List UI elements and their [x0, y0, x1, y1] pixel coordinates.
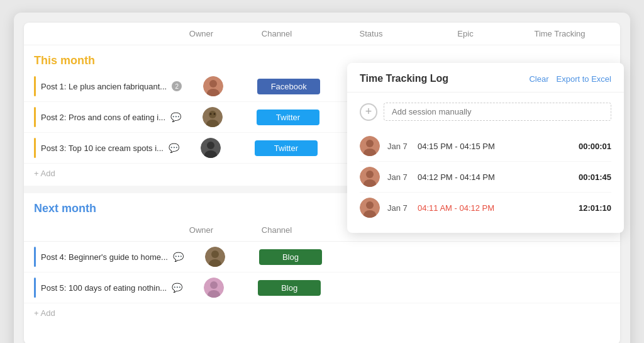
session-row: Jan 7 04:15 PM - 04:15 PM 00:00:01 — [360, 131, 611, 162]
header-status: Status — [321, 29, 421, 38]
post-title[interactable]: Post 4: Beginner's guide to home... — [41, 252, 168, 262]
add-session-input[interactable] — [384, 103, 611, 121]
bottom-padding — [24, 325, 620, 343]
avatar — [204, 278, 224, 298]
notification-badge: 2 — [172, 81, 182, 91]
table-row: Post 4: Beginner's guide to home... 💬 Bl… — [24, 242, 620, 273]
row-left: Post 5: 100 days of eating nothin... 💬 — [34, 278, 182, 298]
channel-cell: Blog — [245, 280, 333, 296]
owner-cell — [184, 247, 247, 267]
session-avatar — [360, 198, 380, 218]
row-accent-yellow — [34, 107, 36, 127]
session-date: Jan 7 — [387, 203, 410, 213]
header-post — [34, 29, 170, 38]
session-duration: 12:01:10 — [561, 203, 611, 213]
svg-point-12 — [211, 250, 219, 258]
row-accent-yellow — [34, 138, 36, 158]
channel-cell: Twitter — [242, 140, 330, 156]
app-container: Owner Channel Status Epic Time Tracking … — [14, 13, 630, 343]
post-title[interactable]: Post 1: Le plus ancien fabriquant... — [41, 82, 167, 91]
table-header: Owner Channel Status Epic Time Tracking — [24, 23, 620, 45]
avatar — [203, 107, 223, 127]
session-row: Jan 7 04:11 AM - 04:12 PM 12:01:10 — [360, 193, 611, 223]
svg-point-21 — [366, 171, 374, 178]
owner-cell — [182, 278, 245, 298]
row-accent-blue — [34, 247, 36, 267]
comment-icon: 💬 — [173, 252, 184, 262]
comment-icon: 💬 — [172, 283, 182, 293]
row-left: Post 4: Beginner's guide to home... 💬 — [34, 247, 184, 267]
session-date: Jan 7 — [387, 142, 410, 151]
session-row: Jan 7 04:12 PM - 04:14 PM 00:01:45 — [360, 162, 611, 193]
session-avatar — [360, 167, 380, 187]
time-tracking-popup: Time Tracking Log Clear Export to Excel … — [347, 63, 624, 233]
header-time: Time Tracking — [509, 29, 610, 38]
owner-cell — [181, 107, 244, 127]
channel-badge-facebook[interactable]: Facebook — [257, 79, 320, 94]
popup-title: Time Tracking Log — [360, 73, 448, 84]
post-title[interactable]: Post 3: Top 10 ice cream spots i... — [41, 143, 164, 153]
clear-button[interactable]: Clear — [529, 74, 548, 84]
channel-badge-blog[interactable]: Blog — [258, 280, 321, 296]
header-post — [34, 225, 170, 235]
svg-point-15 — [210, 281, 218, 289]
add-row-next-month[interactable]: + Add — [24, 303, 620, 325]
comment-icon: 💬 — [170, 112, 181, 122]
owner-cell — [182, 76, 245, 96]
row-accent-yellow — [34, 76, 36, 96]
avatar — [201, 138, 221, 158]
add-session-btn[interactable]: + — [360, 103, 377, 121]
svg-point-9 — [207, 142, 214, 149]
row-left: Post 1: Le plus ancien fabriquant... 2 — [34, 76, 182, 96]
post-title[interactable]: Post 5: 100 days of eating nothin... — [41, 283, 167, 293]
session-duration: 00:00:01 — [561, 142, 611, 151]
svg-point-18 — [366, 140, 374, 147]
session-avatar — [360, 136, 380, 156]
header-owner-2: Owner — [170, 225, 233, 235]
popup-body: + Jan 7 04:15 PM - 04:15 PM 00:00:01 — [347, 93, 624, 233]
channel-cell: Blog — [247, 249, 335, 265]
row-left: Post 3: Top 10 ice cream spots i... 💬 — [34, 138, 179, 158]
header-channel-2: Channel — [233, 225, 321, 235]
svg-point-24 — [366, 201, 374, 209]
header-epic: Epic — [421, 29, 509, 38]
avatar — [203, 76, 223, 96]
channel-cell: Facebook — [245, 79, 333, 94]
header-owner: Owner — [170, 29, 233, 38]
header-channel: Channel — [233, 29, 321, 38]
svg-point-4 — [209, 111, 216, 118]
table-row: Post 5: 100 days of eating nothin... 💬 B… — [24, 273, 620, 303]
popup-actions: Clear Export to Excel — [529, 74, 611, 84]
session-duration: 00:01:45 — [561, 172, 611, 182]
svg-point-7 — [214, 113, 216, 115]
add-session-row: + — [360, 103, 611, 121]
session-time-red: 04:11 AM - 04:12 PM — [418, 203, 553, 213]
avatar — [205, 247, 225, 267]
row-left: Post 2: Pros and cons of eating i... 💬 — [34, 107, 181, 127]
channel-badge-twitter[interactable]: Twitter — [255, 140, 318, 156]
comment-icon: 💬 — [169, 143, 179, 153]
session-time: 04:15 PM - 04:15 PM — [418, 142, 553, 151]
row-accent-blue — [34, 278, 36, 298]
post-title[interactable]: Post 2: Pros and cons of eating i... — [41, 113, 165, 122]
svg-point-1 — [209, 80, 217, 87]
channel-badge-blog[interactable]: Blog — [259, 249, 322, 265]
export-button[interactable]: Export to Excel — [557, 74, 611, 84]
svg-point-6 — [210, 113, 212, 115]
channel-cell: Twitter — [244, 110, 332, 125]
session-date: Jan 7 — [387, 172, 410, 182]
session-time: 04:12 PM - 04:14 PM — [418, 172, 553, 182]
popup-header: Time Tracking Log Clear Export to Excel — [347, 63, 624, 93]
owner-cell — [179, 138, 242, 158]
channel-badge-twitter[interactable]: Twitter — [257, 110, 319, 125]
